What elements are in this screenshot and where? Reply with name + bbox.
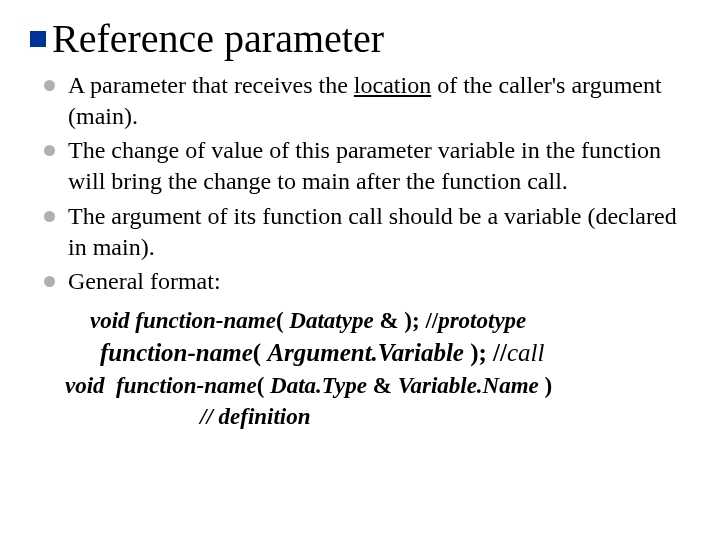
code-text: ) xyxy=(539,373,552,398)
code-text: ( xyxy=(253,339,268,366)
list-item: General format: xyxy=(40,266,680,297)
code-text: Variable.Name xyxy=(398,373,539,398)
code-text: call xyxy=(507,339,545,366)
page-title: Reference parameter xyxy=(52,18,384,60)
code-text: Argument.Variable xyxy=(267,339,464,366)
code-text: ); // xyxy=(464,339,507,366)
text: A parameter that receives the xyxy=(68,72,354,98)
code-text: prototype xyxy=(438,308,526,333)
code-text: ( xyxy=(257,373,270,398)
code-text: function-name xyxy=(100,339,253,366)
code-text: & xyxy=(367,373,398,398)
list-item: The change of value of this parameter va… xyxy=(40,135,680,196)
list-item: A parameter that receives the location o… xyxy=(40,70,680,131)
code-line-prototype: void function-name( Datatype & ); //prot… xyxy=(90,305,690,336)
bullet-list: A parameter that receives the location o… xyxy=(30,70,690,297)
code-block: void function-name( Datatype & ); //prot… xyxy=(90,305,690,432)
title-bullet-icon xyxy=(30,31,46,47)
code-line-call: function-name( Argument.Variable ); //ca… xyxy=(100,336,690,370)
code-line-definition: void function-name( Data.Type & Variable… xyxy=(65,370,690,401)
code-text: Data.Type xyxy=(270,373,367,398)
code-text: ( xyxy=(276,308,289,333)
code-text: void function-name xyxy=(65,373,257,398)
text: The argument of its function call should… xyxy=(68,203,677,260)
underlined-text: location xyxy=(354,72,431,98)
code-text: & ); // xyxy=(374,308,439,333)
code-line-definition-comment: // definition xyxy=(200,401,690,432)
text: The change of value of this parameter va… xyxy=(68,137,661,194)
code-text: void function-name xyxy=(90,308,276,333)
slide: Reference parameter A parameter that rec… xyxy=(0,0,720,540)
text: General format: xyxy=(68,268,221,294)
list-item: The argument of its function call should… xyxy=(40,201,680,262)
code-text: Datatype xyxy=(289,308,373,333)
title-row: Reference parameter xyxy=(30,18,690,60)
